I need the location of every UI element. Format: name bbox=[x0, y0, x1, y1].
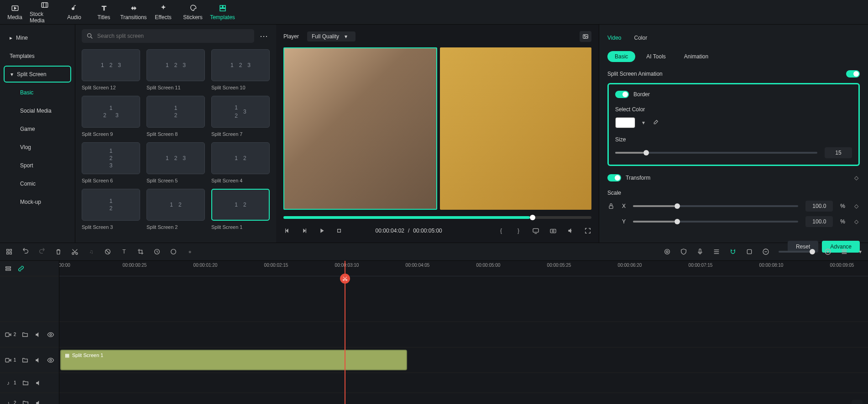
scale-y-slider[interactable] bbox=[633, 221, 798, 223]
lock-icon[interactable] bbox=[607, 202, 615, 210]
mark-out-button[interactable]: } bbox=[515, 227, 522, 234]
search-box[interactable] bbox=[82, 29, 254, 43]
tab-video[interactable]: Video bbox=[607, 35, 621, 41]
grid-item[interactable]: 123Split Screen 12 bbox=[82, 49, 140, 90]
player-canvas[interactable] bbox=[283, 47, 591, 210]
dropdown-icon[interactable]: ▾ bbox=[858, 248, 863, 255]
tool-transitions[interactable]: Transitions bbox=[119, 0, 148, 24]
animation-toggle[interactable] bbox=[846, 70, 860, 78]
mute-icon[interactable] bbox=[34, 331, 42, 338]
size-value[interactable]: 15 bbox=[825, 147, 852, 158]
play-button[interactable] bbox=[318, 227, 325, 234]
prev-frame-button[interactable] bbox=[283, 227, 291, 234]
slider-thumb[interactable] bbox=[810, 249, 815, 254]
sidebar-sub-sport[interactable]: Sport bbox=[4, 157, 71, 174]
grid-item[interactable]: 123Split Screen 5 bbox=[146, 142, 205, 183]
grid-item[interactable]: 12Split Screen 4 bbox=[211, 142, 270, 183]
sidebar-sub-vlog[interactable]: Vlog bbox=[4, 139, 71, 155]
slider-thumb[interactable] bbox=[675, 203, 680, 209]
marker-icon[interactable] bbox=[746, 248, 753, 255]
cut-button[interactable] bbox=[71, 248, 78, 255]
tool-audio[interactable]: Audio bbox=[59, 0, 89, 24]
search-input[interactable] bbox=[97, 33, 250, 39]
grid-item[interactable]: 12Split Screen 2 bbox=[146, 189, 205, 230]
track-view-icon[interactable] bbox=[841, 248, 848, 255]
grid-item[interactable]: 12Split Screen 3 bbox=[82, 189, 140, 230]
folder-icon[interactable] bbox=[21, 357, 29, 364]
tool-stock-media[interactable]: Stock Media bbox=[30, 0, 59, 24]
mute-icon[interactable] bbox=[35, 379, 42, 387]
undo-button[interactable] bbox=[22, 248, 29, 255]
quality-select[interactable]: Full Quality ▾ bbox=[307, 31, 356, 41]
scale-x-value[interactable]: 100.0 bbox=[805, 201, 833, 212]
grid-item[interactable]: 12Split Screen 1 bbox=[211, 189, 270, 230]
record-icon[interactable]: ● bbox=[186, 248, 193, 255]
sidebar-mine[interactable]: ▸ Mine bbox=[4, 29, 71, 46]
adjust-icon[interactable] bbox=[664, 248, 671, 255]
tool-effects[interactable]: Effects bbox=[148, 0, 178, 24]
shield-icon[interactable] bbox=[680, 248, 687, 255]
tab-color[interactable]: Color bbox=[634, 35, 647, 41]
link-icon[interactable] bbox=[17, 265, 25, 272]
mark-in-button[interactable]: { bbox=[497, 227, 505, 234]
folder-icon[interactable] bbox=[22, 379, 29, 387]
delete-button[interactable] bbox=[55, 248, 62, 255]
disable-icon[interactable] bbox=[104, 248, 111, 255]
folder-icon[interactable] bbox=[22, 399, 29, 404]
mic-icon[interactable] bbox=[696, 248, 704, 255]
fullscreen-button[interactable] bbox=[584, 227, 591, 234]
sidebar-templates[interactable]: Templates bbox=[4, 47, 71, 64]
more-menu-button[interactable]: ⋯ bbox=[259, 31, 270, 41]
slider-thumb[interactable] bbox=[675, 219, 680, 224]
timeline-track[interactable]: ▦ Split Screen 1 bbox=[59, 347, 868, 373]
grid-item[interactable]: 123Split Screen 9 bbox=[82, 96, 140, 137]
playhead-marker[interactable] bbox=[340, 274, 350, 284]
player-frame-1[interactable] bbox=[283, 47, 437, 210]
keyframe-icon[interactable]: ◇ bbox=[852, 174, 860, 181]
tool-media[interactable]: Media bbox=[0, 0, 30, 24]
timeline-track[interactable] bbox=[59, 373, 868, 393]
color-icon[interactable] bbox=[170, 248, 177, 255]
player-progress[interactable] bbox=[283, 216, 591, 219]
transform-toggle[interactable] bbox=[607, 174, 621, 181]
sidebar-sub-basic[interactable]: Basic bbox=[4, 84, 71, 101]
grid-item[interactable]: 123Split Screen 11 bbox=[146, 49, 205, 90]
timeline-ruler[interactable]: :00:00 00:00:00:25 00:00:01:20 00:00:02:… bbox=[59, 261, 868, 276]
scale-y-value[interactable]: 100.0 bbox=[805, 216, 833, 227]
text-icon[interactable]: T bbox=[120, 248, 128, 255]
subtab-basic[interactable]: Basic bbox=[607, 51, 635, 62]
playhead[interactable] bbox=[345, 261, 345, 404]
timeline-clip[interactable]: ▦ Split Screen 1 bbox=[60, 350, 407, 370]
speed-icon[interactable] bbox=[153, 248, 161, 255]
color-swatch[interactable] bbox=[615, 117, 635, 128]
camera-button[interactable] bbox=[549, 227, 557, 234]
sidebar-split-screen[interactable]: ▾ Split Screen bbox=[4, 66, 71, 83]
player-frame-2[interactable] bbox=[440, 47, 592, 210]
timeline-track[interactable] bbox=[59, 322, 868, 347]
grid-item[interactable]: 123Split Screen 10 bbox=[211, 49, 270, 90]
slider-thumb[interactable] bbox=[643, 150, 649, 155]
eye-icon[interactable] bbox=[47, 357, 54, 364]
volume-button[interactable] bbox=[567, 227, 574, 234]
sidebar-sub-social[interactable]: Social Media bbox=[4, 102, 71, 119]
crop-icon[interactable] bbox=[137, 248, 144, 255]
mute-icon[interactable] bbox=[35, 399, 42, 404]
sidebar-sub-game[interactable]: Game bbox=[4, 120, 71, 137]
tool-titles[interactable]: Titles bbox=[89, 0, 119, 24]
progress-handle[interactable] bbox=[530, 215, 535, 220]
tool-stickers[interactable]: Stickers bbox=[178, 0, 208, 24]
sidebar-sub-comic[interactable]: Comic bbox=[4, 175, 71, 192]
mute-icon[interactable] bbox=[34, 357, 42, 364]
grid-item[interactable]: 123Split Screen 7 bbox=[211, 96, 270, 137]
eye-icon[interactable] bbox=[47, 331, 54, 338]
zoom-slider[interactable] bbox=[779, 251, 815, 253]
display-button[interactable] bbox=[532, 227, 539, 234]
sidebar-sub-mockup[interactable]: Mock-up bbox=[4, 193, 71, 210]
next-frame-button[interactable] bbox=[301, 227, 308, 234]
timeline-track[interactable] bbox=[59, 276, 868, 322]
timeline-tracks-area[interactable]: :00:00 00:00:00:25 00:00:01:20 00:00:02:… bbox=[59, 261, 868, 404]
grid-item[interactable]: 123Split Screen 6 bbox=[82, 142, 140, 183]
keyframe-icon[interactable]: ◇ bbox=[852, 202, 860, 210]
scale-x-slider[interactable] bbox=[633, 205, 798, 207]
snapshot-button[interactable] bbox=[580, 31, 591, 42]
